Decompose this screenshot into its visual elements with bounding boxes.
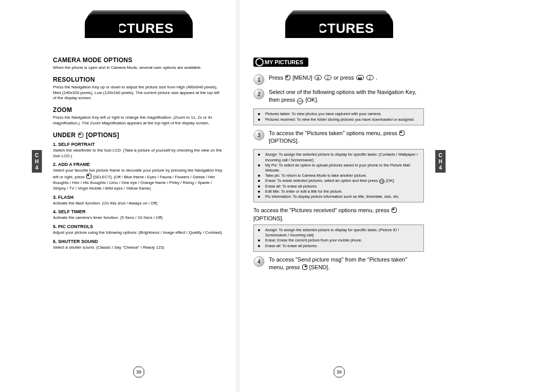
opt2-heading: 2. ADD A FRAME <box>53 162 224 167</box>
box2-item-2: My Pix: To select an option to upload pi… <box>262 163 419 173</box>
svg-text:4: 4 <box>257 258 261 264</box>
svg-text:1: 1 <box>257 77 261 83</box>
my-pictures-section: MY PICTURES <box>253 58 308 67</box>
step-3: 3 To access the "Pictures taken" options… <box>253 129 424 145</box>
step-num-3-icon: 3 <box>253 129 265 140</box>
right-content: MY PICTURES 1 Press [MENU] ⊕ 2 or press … <box>253 57 424 271</box>
box1-item-2: Pictures received: To view the folder st… <box>262 117 419 122</box>
step-num-2-icon: 2 <box>253 88 265 99</box>
box3-item-3: Erase all: To erase all pictures. <box>262 244 419 249</box>
opt5-body: Adjust your picture using the following … <box>53 230 224 236</box>
step-num-4-icon: 4 <box>253 256 265 266</box>
camera-mode-heading: CAMERA MODE OPTIONS <box>53 57 224 64</box>
page-header-left: PICTURES <box>85 14 193 38</box>
info-box-2: Assign: To assign the selected picture t… <box>253 149 424 202</box>
box2-item-6: Edit title: To enter or edit a title for… <box>262 189 419 194</box>
step1-text-a: Press <box>269 74 283 81</box>
ok-key-icon: OK <box>379 179 384 184</box>
step4-send: [SEND]. <box>309 264 330 270</box>
box2-item-1: Assign: To assign the selected picture t… <box>262 152 419 162</box>
step1-text-c: or press <box>334 74 354 81</box>
resolution-heading: RESOLUTION <box>53 76 224 83</box>
opt6-heading: 6. SHUTTER SOUND <box>53 239 224 244</box>
opt6-body: Select a shutter sound. (Classic / Say "… <box>53 245 224 251</box>
box2-item-4: Erase: To erase selected pictures, selec… <box>262 178 419 184</box>
box2-item-3: Take pic: To return to Camera Mode to ta… <box>262 173 419 178</box>
key-2-icon: 2 <box>366 75 374 80</box>
page-spread: PICTURES CAMERA MODE OPTIONS When the ph… <box>0 0 555 392</box>
step4-text: To access "Send picture msg" from the "P… <box>269 256 407 270</box>
box3-item-2: Erase: Erase the current picture from yo… <box>262 238 419 243</box>
under-options-heading: UNDER [OPTIONS] <box>53 132 224 139</box>
box2-item-5: Erase all: To erase all pictures. <box>262 184 419 189</box>
step-4: 4 To access "Send picture msg" from the … <box>253 256 424 272</box>
opt5-heading: 5. PIC CONTROLS <box>53 224 224 229</box>
svg-text:3: 3 <box>257 132 261 138</box>
info-box-1: Pictures taken: To view photos you have … <box>253 108 424 125</box>
step3-text: To access the "Pictures taken" options m… <box>269 130 397 136</box>
under-label: UNDER <box>53 132 76 139</box>
box3-item-1: Assign: To assign the selected picture t… <box>262 228 419 238</box>
box2-item-7: Pic information: To display picture info… <box>262 194 419 199</box>
step1-menu: [MENU] <box>292 74 312 81</box>
left-softkey-icon <box>392 208 397 213</box>
key-nav-icon: ⊕ <box>314 75 322 80</box>
page-number-39: 39 <box>334 366 345 378</box>
right-softkey-icon <box>302 265 307 270</box>
ok-key-icon: OK <box>297 98 303 104</box>
left-softkey-icon <box>285 75 290 80</box>
left-softkey-icon <box>86 174 91 179</box>
resolution-body: Press the Navigation Key up or down to a… <box>53 85 224 101</box>
opt3-heading: 3. FLASH <box>53 195 224 200</box>
step3-options: [OPTIONS]. <box>269 138 299 144</box>
step-num-1-icon: 1 <box>253 74 265 84</box>
step2-ok: [OK]. <box>306 97 319 103</box>
step-2: 2 Select one of the following options wi… <box>253 88 424 104</box>
opt1-heading: 1. SELF PORTRAIT <box>53 142 224 147</box>
left-softkey-icon <box>78 133 83 138</box>
step2-text: Select one of the following options with… <box>269 89 416 103</box>
page-39: PICTURES MY PICTURES 1 Press [MENU] ⊕ 2 … <box>239 0 439 392</box>
info-box-3: Assign: To assign the selected picture t… <box>253 225 424 252</box>
opt3-body: Activate the flash function. (On this sh… <box>53 201 224 207</box>
opt2-body: Select your favorite fun picture frame t… <box>53 168 224 191</box>
key-2-icon: 2 <box>324 75 331 80</box>
camera-mode-intro: When the phone is open and in Camera Mod… <box>53 65 224 71</box>
zoom-heading: ZOOM <box>53 106 224 114</box>
page-header-right: PICTURES <box>285 14 393 38</box>
left-content: CAMERA MODE OPTIONS When the phone is op… <box>53 57 224 251</box>
left-softkey-icon <box>399 130 404 136</box>
page-38: PICTURES CAMERA MODE OPTIONS When the ph… <box>39 0 239 392</box>
step-1: 1 Press [MENU] ⊕ 2 or press 📷 2 . <box>253 74 424 84</box>
opt4-body: Activate the camera's timer function. (5… <box>53 215 224 221</box>
pictures-received-text: To access the "Pictures received" option… <box>253 207 424 222</box>
opt4-heading: 4. SELF TIMER <box>53 209 224 214</box>
step1-dot: . <box>376 74 377 81</box>
page-number-38: 38 <box>133 366 144 378</box>
key-camera-icon: 📷 <box>356 75 364 80</box>
zoom-body: Press the Navigation Key left or right t… <box>53 115 224 126</box>
box1-item-1: Pictures taken: To view photos you have … <box>262 111 419 117</box>
chapter-tab-left: CH4 <box>32 150 42 173</box>
options-label: [OPTIONS] <box>86 132 119 139</box>
opt1-body: Switch the viewfinder to the Sub LCD. (T… <box>53 148 224 159</box>
svg-text:2: 2 <box>257 91 261 97</box>
